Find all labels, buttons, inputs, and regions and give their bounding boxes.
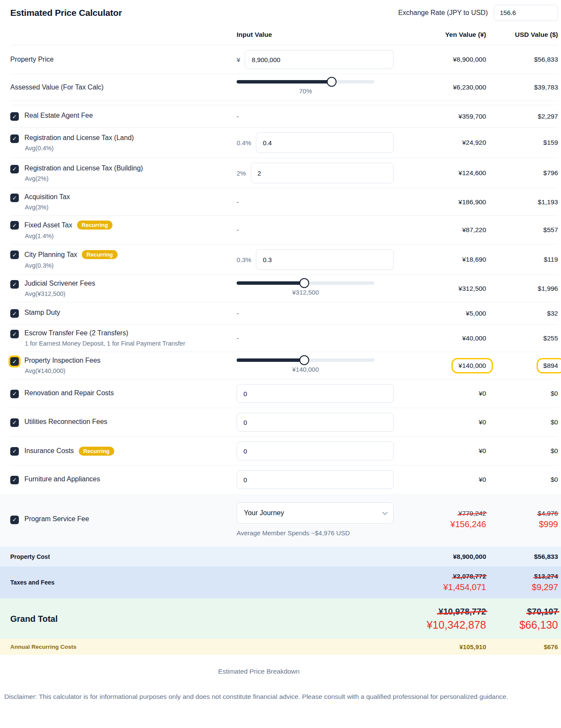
yen-old-value: ¥2,078,772 [453,573,486,580]
checkbox[interactable]: ✓ [10,221,19,230]
row-stamp-duty: ✓ Stamp Duty - ¥5,000 $32 [10,302,558,325]
usd-value: $119 [486,256,558,263]
yen-new-value: ¥1,454,071 [407,582,486,592]
usd-value: $0 [486,390,558,397]
row-sublabel: Avg(0.4%) [24,145,134,152]
slider-value-label: 70% [237,87,374,95]
usd-new-value: $66,130 [486,619,558,631]
usd-old-value: $4,976 [538,510,558,517]
checkbox[interactable]: ✓ [10,516,19,524]
usd-value: $255 [486,334,558,342]
row-label: Acquisition Tax [24,193,70,201]
slider-fill [237,80,332,84]
inspection-fees-slider[interactable]: ¥140,000 [237,358,374,373]
assessed-value-slider[interactable]: 70% [237,80,374,95]
checkbox[interactable]: ✓ [10,280,19,289]
row-label: Insurance Costs [24,447,74,455]
yen-value: ¥6,230,000 [407,84,486,91]
checkbox[interactable]: ✓ [10,165,19,173]
exchange-rate-input[interactable] [494,5,558,21]
checkbox[interactable]: ✓ [10,251,19,259]
page-title: Estimated Price Calculator [10,8,122,18]
slider-track[interactable] [237,80,374,84]
usd-value: $0 [486,447,558,455]
row-registration-tax-building: ✓ Registration and License Tax (Building… [10,158,558,188]
summary-label: Taxes and Fees [10,579,237,586]
usd-value: $894 [543,362,558,369]
row-agent-fee: ✓ Real Estate Agent Fee - ¥359,700 $2,29… [10,105,558,128]
row-label: Escrow Transfer Fee (2 Transfers) [24,329,185,337]
usd-value: $0 [486,418,558,426]
breakdown-caption: Estimated Price Breakdown [0,668,518,675]
checkbox[interactable]: ✓ [10,194,19,202]
registration-tax-building-input[interactable] [251,163,394,183]
usd-value: $1,996 [486,285,558,292]
usd-old-value: $13,274 [534,573,558,580]
slider-track[interactable] [237,281,374,285]
renovation-costs-input[interactable] [237,384,394,403]
row-sublabel: Avg(¥312,500) [24,290,95,297]
usd-new-value: $9,297 [486,582,558,592]
column-header-row: Input Value Yen Value (¥) USD Value ($) [10,31,558,45]
slider-thumb[interactable] [299,355,309,365]
recurring-badge: Recurring [77,221,113,230]
slider-thumb[interactable] [327,77,337,87]
row-city-planning-tax: ✓ City Planning Tax Recurring Avg(0.3%) … [10,245,558,275]
property-price-input[interactable] [245,50,394,69]
row-label: City Planning Tax [24,251,77,259]
row-sublabel: Avg(0.3%) [24,262,118,269]
utilities-fees-input[interactable] [237,413,394,432]
checkbox[interactable]: ✓ [10,447,19,456]
row-property-inspection-fees: ✓ Property Inspection Fees Avg(¥140,000)… [10,352,558,379]
yen-value: ¥124,600 [407,169,486,177]
checkbox[interactable]: ✓ [10,112,19,121]
yen-value: ¥0 [407,447,486,455]
yen-value: ¥186,900 [407,198,486,206]
checkbox[interactable]: ✓ [10,390,19,398]
registration-tax-land-input[interactable] [256,132,394,153]
summary-taxes-and-fees: Taxes and Fees ¥2,078,772 ¥1,454,071 $13… [0,567,561,598]
checkbox[interactable]: ✓ [10,309,19,318]
row-sublabel: Avg(1.4%) [24,233,113,239]
checkbox[interactable]: ✓ [10,134,19,143]
checkbox[interactable]: ✓ [10,330,19,338]
summary-property-cost: Property Cost ¥8,900,000 $56,833 [0,547,561,567]
program-dropdown[interactable]: Your Journey [237,502,394,524]
yen-value: ¥18,690 [407,256,486,263]
no-input-dash: - [237,334,239,342]
slider-track[interactable] [237,358,374,362]
checkbox-highlighted[interactable]: ✓ [10,357,19,366]
row-sublabel: Avg(¥140,000) [24,367,101,374]
highlight-ring-usd: $894 [537,358,561,373]
insurance-costs-input[interactable] [237,442,394,460]
usd-value: $796 [486,169,558,177]
yen-value: ¥0 [407,390,486,397]
no-input-dash: - [237,310,239,317]
exchange-rate-group: Exchange Rate (JPY to USD) [398,5,558,21]
row-label: Program Service Fee [24,515,89,523]
judicial-scrivener-slider[interactable]: ¥312,500 [237,281,374,296]
disclaimer-text: Disclaimer: This calculator is for infor… [4,691,509,702]
no-input-dash: - [237,226,239,233]
usd-value: $56,833 [486,553,558,561]
yen-new-value: ¥156,246 [407,519,486,529]
yen-value: ¥359,700 [407,113,486,120]
row-label: Utilities Reconnection Fees [24,418,107,426]
city-planning-tax-input[interactable] [256,249,394,270]
usd-value: $1,193 [486,198,558,206]
yen-old-value: ¥10,978,772 [439,607,486,617]
usd-new-value: $999 [486,519,558,529]
exchange-rate-label: Exchange Rate (JPY to USD) [398,9,488,17]
checkbox[interactable]: ✓ [10,418,19,427]
row-label: Assessed Value (For Tax Calc) [10,84,104,91]
yen-value: ¥24,920 [407,139,486,146]
row-label: Property Price [10,56,53,63]
section-spacer [10,101,558,105]
yen-value: ¥0 [407,418,486,426]
checkbox[interactable]: ✓ [10,476,19,484]
furniture-appliances-input[interactable] [237,470,394,489]
summary-grand-total: Grand Total ¥10,978,772 ¥10,342,878 $70,… [0,598,561,639]
usd-value: $676 [486,643,558,650]
row-furniture-appliances: ✓ Furniture and Appliances ¥0 $0 [10,465,558,494]
slider-thumb[interactable] [299,278,309,288]
